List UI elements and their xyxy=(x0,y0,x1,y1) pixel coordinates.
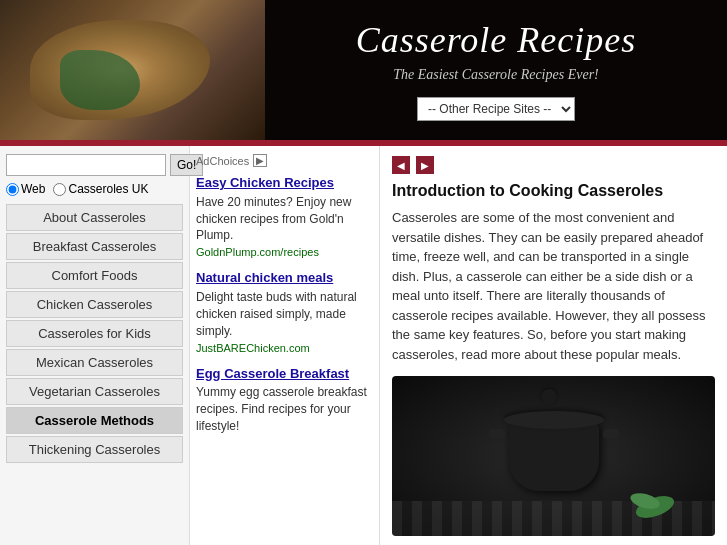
ad-url-0[interactable]: GoldnPlump.com/recipes xyxy=(196,246,373,258)
pot-handle-left xyxy=(489,429,505,439)
ad-column: AdChoices ▶ Easy Chicken Recipes Have 20… xyxy=(190,146,380,545)
other-sites-dropdown[interactable]: -- Other Recipe Sites -- xyxy=(417,97,575,121)
sidebar-item-thickening[interactable]: Thickening Casseroles xyxy=(6,436,183,463)
sidebar-item-chicken[interactable]: Chicken Casseroles xyxy=(6,291,183,318)
header: Casserole Recipes The Easiest Casserole … xyxy=(0,0,727,140)
content-nav: ◀ ▶ xyxy=(392,156,715,174)
header-title-area: Casserole Recipes The Easiest Casserole … xyxy=(265,0,727,140)
ad-choices-icon: ▶ xyxy=(253,154,267,167)
ad-desc-0: Have 20 minutes? Enjoy new chicken recip… xyxy=(196,194,373,244)
content-heading: Introduction to Cooking Casseroles xyxy=(392,182,715,200)
content-area: ◀ ▶ Introduction to Cooking Casseroles C… xyxy=(380,146,727,545)
ad-title-1[interactable]: Natural chicken meals xyxy=(196,270,373,287)
sidebar-item-methods[interactable]: Casserole Methods xyxy=(6,407,183,434)
ad-block-2: Egg Casserole Breakfast Yummy egg casser… xyxy=(196,366,373,435)
pot-illustration xyxy=(509,421,599,491)
search-scope-radios: Web Casseroles UK xyxy=(6,182,183,196)
sidebar-item-vegetarian[interactable]: Vegetarian Casseroles xyxy=(6,378,183,405)
sidebar-item-breakfast[interactable]: Breakfast Casseroles xyxy=(6,233,183,260)
ad-block-1: Natural chicken meals Delight taste buds… xyxy=(196,270,373,353)
main-layout: Go! Web Casseroles UK About Casseroles B… xyxy=(0,146,727,545)
radio-uk-label[interactable]: Casseroles UK xyxy=(53,182,148,196)
casserole-image xyxy=(392,376,715,536)
sidebar-item-comfort[interactable]: Comfort Foods xyxy=(6,262,183,289)
next-arrow[interactable]: ▶ xyxy=(416,156,434,174)
sidebar-item-kids[interactable]: Casseroles for Kids xyxy=(6,320,183,347)
radio-web-label[interactable]: Web xyxy=(6,182,45,196)
ad-desc-2: Yummy egg casserole breakfast recipes. F… xyxy=(196,384,373,434)
ad-choices-text: AdChoices xyxy=(196,155,249,167)
ad-url-1[interactable]: JustBAREChicken.com xyxy=(196,342,373,354)
radio-uk[interactable] xyxy=(53,183,66,196)
sidebar: Go! Web Casseroles UK About Casseroles B… xyxy=(0,146,190,545)
search-area: Go! xyxy=(6,154,183,176)
search-input[interactable] xyxy=(6,154,166,176)
ad-desc-1: Delight taste buds with natural chicken … xyxy=(196,289,373,339)
site-title: Casserole Recipes xyxy=(356,19,637,61)
content-body: Casseroles are some of the most convenie… xyxy=(392,208,715,364)
pot-handle-right xyxy=(603,429,619,439)
pot-knob xyxy=(541,389,557,405)
ad-title-0[interactable]: Easy Chicken Recipes xyxy=(196,175,373,192)
ad-choices-bar: AdChoices ▶ xyxy=(196,154,373,167)
ad-title-2[interactable]: Egg Casserole Breakfast xyxy=(196,366,373,383)
sidebar-item-mexican[interactable]: Mexican Casseroles xyxy=(6,349,183,376)
sidebar-item-about[interactable]: About Casseroles xyxy=(6,204,183,231)
pot-body xyxy=(509,421,599,491)
ad-block-0: Easy Chicken Recipes Have 20 minutes? En… xyxy=(196,175,373,258)
radio-web[interactable] xyxy=(6,183,19,196)
pot-lid xyxy=(504,411,604,429)
prev-arrow[interactable]: ◀ xyxy=(392,156,410,174)
header-image xyxy=(0,0,265,140)
site-subtitle: The Easiest Casserole Recipes Ever! xyxy=(393,67,599,83)
